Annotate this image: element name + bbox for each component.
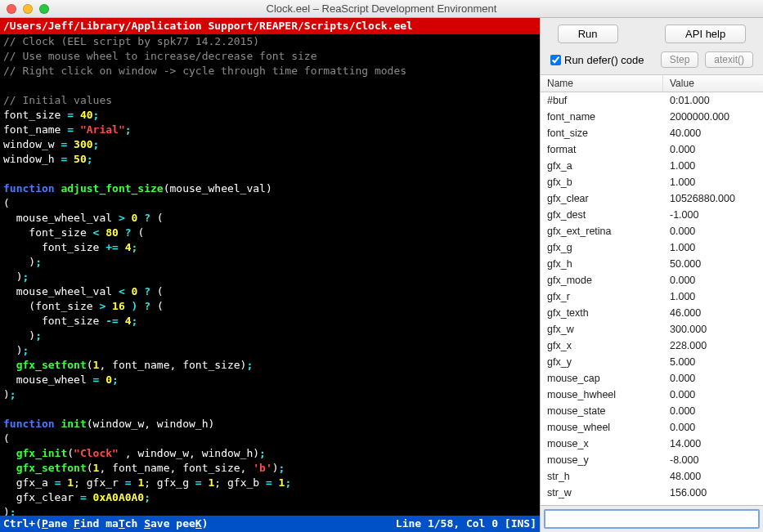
variable-row[interactable]: gfx_x228.000 xyxy=(541,338,763,354)
variable-value: 300.000 xyxy=(663,321,763,338)
variable-name: font_size xyxy=(541,125,663,141)
code-area[interactable]: // Clock (EEL script by spk77 14.2.2015)… xyxy=(0,34,540,516)
eval-input[interactable] xyxy=(544,509,760,529)
variable-row[interactable]: gfx_h50.000 xyxy=(541,256,763,272)
variable-name: mouse_state xyxy=(541,403,663,419)
minimize-icon[interactable] xyxy=(23,4,33,14)
traffic-lights xyxy=(7,4,49,14)
variable-value: 228.000 xyxy=(663,338,763,354)
maximize-icon[interactable] xyxy=(39,4,49,14)
variable-name: gfx_texth xyxy=(541,305,663,321)
variable-value: 2000000.000 xyxy=(663,109,763,125)
editor-status-bar: Ctrl+(Pane Find maTch Save peeK) Line 1/… xyxy=(0,516,540,532)
variable-row[interactable]: font_size40.000 xyxy=(541,125,763,141)
variable-name: gfx_clear xyxy=(541,190,663,207)
variable-value: 1.000 xyxy=(663,239,763,256)
variable-row[interactable]: gfx_mode0.000 xyxy=(541,272,763,288)
variable-value: 156.000 xyxy=(663,485,763,501)
variable-value: 14.000 xyxy=(663,436,763,452)
variable-value: 0.000 xyxy=(663,387,763,403)
status-shortcuts: Ctrl+(Pane Find maTch Save peeK) xyxy=(3,516,209,531)
variable-row[interactable]: mouse_y-8.000 xyxy=(541,452,763,468)
column-header-name[interactable]: Name xyxy=(541,75,663,92)
variable-row[interactable]: gfx_b1.000 xyxy=(541,174,763,190)
variable-name: format xyxy=(541,141,663,158)
variable-name: #buf xyxy=(541,92,663,109)
variable-row[interactable]: gfx_g1.000 xyxy=(541,239,763,256)
variable-value: 1.000 xyxy=(663,288,763,305)
variable-row[interactable]: mouse_hwheel0.000 xyxy=(541,387,763,403)
variable-name: gfx_x xyxy=(541,338,663,354)
run-button[interactable]: Run xyxy=(558,25,618,43)
variable-value: -1.000 xyxy=(663,207,763,223)
variable-row[interactable]: format0.000 xyxy=(541,141,763,158)
variable-name: gfx_r xyxy=(541,288,663,305)
code-editor[interactable]: /Users/Jeff/Library/Application Support/… xyxy=(0,18,540,532)
variable-name: gfx_g xyxy=(541,239,663,256)
variable-name: str_w xyxy=(541,485,663,501)
variable-value: 0.000 xyxy=(663,403,763,419)
variable-value: 0.000 xyxy=(663,370,763,387)
eval-input-container xyxy=(541,505,763,532)
variable-row[interactable]: mouse_wheel0.000 xyxy=(541,419,763,436)
run-defer-checkbox[interactable] xyxy=(550,55,561,65)
variable-row[interactable]: gfx_clear10526880.000 xyxy=(541,190,763,207)
variable-value: 0:01.000 xyxy=(663,92,763,109)
variable-name: str_h xyxy=(541,468,663,485)
variable-row[interactable]: gfx_r1.000 xyxy=(541,288,763,305)
variable-name: gfx_h xyxy=(541,256,663,272)
variable-name: gfx_y xyxy=(541,354,663,370)
status-cursor-position: Line 1/58, Col 0 [INS] xyxy=(396,516,536,531)
variable-row[interactable]: str_h48.000 xyxy=(541,468,763,485)
variable-value: 0.000 xyxy=(663,223,763,239)
variable-row[interactable]: gfx_y5.000 xyxy=(541,354,763,370)
variable-value: 1.000 xyxy=(663,158,763,174)
variable-row[interactable]: gfx_dest-1.000 xyxy=(541,207,763,223)
variable-value: 0.000 xyxy=(663,419,763,436)
variable-value: 40.000 xyxy=(663,125,763,141)
run-defer-checkbox-label[interactable]: Run defer() code xyxy=(550,54,644,66)
variable-name: gfx_b xyxy=(541,174,663,190)
debug-panel: Run API help Run defer() code Step atexi… xyxy=(540,18,763,532)
variable-name: mouse_y xyxy=(541,452,663,468)
variable-row[interactable]: gfx_texth46.000 xyxy=(541,305,763,321)
variable-name: gfx_dest xyxy=(541,207,663,223)
variable-row[interactable]: mouse_x14.000 xyxy=(541,436,763,452)
variable-row[interactable]: mouse_state0.000 xyxy=(541,403,763,419)
variable-name: gfx_w xyxy=(541,321,663,338)
variable-name: mouse_cap xyxy=(541,370,663,387)
variable-value: 46.000 xyxy=(663,305,763,321)
variable-row[interactable]: font_name2000000.000 xyxy=(541,109,763,125)
variable-name: mouse_hwheel xyxy=(541,387,663,403)
variable-value: 50.000 xyxy=(663,256,763,272)
variable-value: -8.000 xyxy=(663,452,763,468)
variable-row[interactable]: mouse_cap0.000 xyxy=(541,370,763,387)
column-header-value[interactable]: Value xyxy=(663,75,763,92)
variable-value: 0.000 xyxy=(663,141,763,158)
variable-name: font_name xyxy=(541,109,663,125)
variable-name: mouse_x xyxy=(541,436,663,452)
variable-row[interactable]: str_w156.000 xyxy=(541,485,763,501)
step-button[interactable]: Step xyxy=(661,51,699,68)
close-icon[interactable] xyxy=(7,4,16,14)
variable-row[interactable]: gfx_a1.000 xyxy=(541,158,763,174)
variable-value: 1.000 xyxy=(663,174,763,190)
variable-row[interactable]: #buf0:01.000 xyxy=(541,92,763,109)
variable-name: gfx_a xyxy=(541,158,663,174)
variable-value: 48.000 xyxy=(663,468,763,485)
variable-name: gfx_ext_retina xyxy=(541,223,663,239)
variables-table[interactable]: Name Value #buf0:01.000font_name2000000.… xyxy=(541,74,763,505)
window-titlebar: Clock.eel – ReaScript Development Enviro… xyxy=(0,0,763,18)
variable-name: mouse_wheel xyxy=(541,419,663,436)
atexit-button[interactable]: atexit() xyxy=(705,51,753,68)
api-help-button[interactable]: API help xyxy=(665,25,746,43)
variable-row[interactable]: gfx_w300.000 xyxy=(541,321,763,338)
variable-value: 10526880.000 xyxy=(663,190,763,207)
window-title: Clock.eel – ReaScript Development Enviro… xyxy=(0,2,763,15)
variable-value: 0.000 xyxy=(663,272,763,288)
file-path-bar: /Users/Jeff/Library/Application Support/… xyxy=(0,18,540,34)
variable-row[interactable]: gfx_ext_retina0.000 xyxy=(541,223,763,239)
variable-value: 5.000 xyxy=(663,354,763,370)
variable-name: gfx_mode xyxy=(541,272,663,288)
variables-header: Name Value xyxy=(541,75,763,92)
